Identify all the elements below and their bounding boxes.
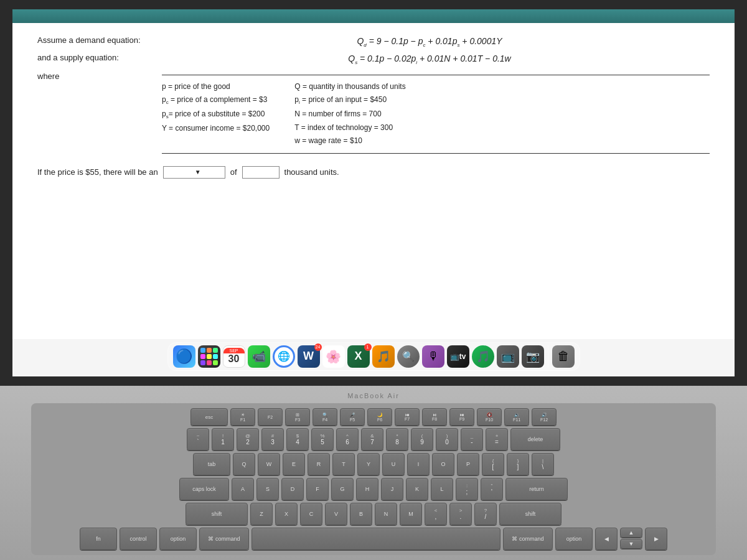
key-f[interactable]: F <box>306 478 329 500</box>
key-quote[interactable]: "' <box>481 478 503 500</box>
key-option-r[interactable]: option <box>555 528 593 550</box>
instruments-icon[interactable]: 🎵 <box>372 345 395 368</box>
key-5[interactable]: %5 <box>311 428 334 450</box>
key-3[interactable]: #3 <box>261 428 284 450</box>
key-f10[interactable]: 🔇F10 <box>477 408 502 426</box>
key-tab[interactable]: tab <box>193 453 230 475</box>
key-d[interactable]: D <box>281 478 304 500</box>
key-o[interactable]: O <box>432 453 454 475</box>
key-semicolon[interactable]: :; <box>456 478 478 500</box>
word-icon[interactable]: 24 W <box>298 345 320 368</box>
key-w[interactable]: W <box>258 453 280 475</box>
key-f6[interactable]: 🌙F6 <box>367 408 392 426</box>
key-x[interactable]: X <box>275 503 298 525</box>
key-comma[interactable]: <, <box>425 503 447 525</box>
key-h[interactable]: H <box>356 478 378 500</box>
key-s[interactable]: S <box>256 478 279 500</box>
key-slash[interactable]: ?/ <box>474 503 497 525</box>
key-f2[interactable]: F2 <box>258 408 283 426</box>
key-1[interactable]: !1 <box>212 428 234 450</box>
key-b[interactable]: B <box>350 503 372 525</box>
key-space[interactable] <box>251 528 500 550</box>
photos-icon[interactable]: 🌸 <box>322 345 345 368</box>
dropdown-arrow-icon: ▼ <box>195 169 201 175</box>
key-f11[interactable]: 🔉F11 <box>504 408 529 426</box>
key-v[interactable]: V <box>325 503 347 525</box>
key-0[interactable]: )0 <box>436 428 458 450</box>
facetime-icon[interactable]: 📹 <box>248 345 270 368</box>
key-9[interactable]: (9 <box>411 428 433 450</box>
key-6[interactable]: ^6 <box>336 428 359 450</box>
key-fn[interactable]: fn <box>80 528 117 550</box>
key-backslash[interactable]: |\ <box>532 453 554 475</box>
key-8[interactable]: *8 <box>386 428 408 450</box>
excel-icon[interactable]: 1 X <box>347 345 370 368</box>
key-control[interactable]: control <box>120 528 157 550</box>
key-e[interactable]: E <box>283 453 305 475</box>
key-q[interactable]: Q <box>233 453 255 475</box>
key-y[interactable]: Y <box>357 453 380 475</box>
number-key-row: ~` !1 @2 #3 $4 %5 ^6 &7 *8 (9 )0 _- += d… <box>36 428 711 450</box>
key-down[interactable]: ▼ <box>620 539 642 549</box>
key-r[interactable]: R <box>308 453 330 475</box>
spotlight-icon[interactable]: 🔍 <box>397 345 420 368</box>
key-command-r[interactable]: ⌘ command <box>503 528 553 550</box>
key-f4[interactable]: 🔍F4 <box>312 408 337 426</box>
key-f1[interactable]: ☀F1 <box>230 408 255 426</box>
spotify-icon[interactable]: 🎵 <box>472 345 494 368</box>
excess-type-dropdown[interactable]: ▼ <box>163 166 225 179</box>
key-backtick[interactable]: ~` <box>187 428 209 450</box>
key-2[interactable]: @2 <box>237 428 259 450</box>
key-period[interactable]: >. <box>449 503 472 525</box>
key-z[interactable]: Z <box>250 503 273 525</box>
key-rbracket[interactable]: }] <box>507 453 529 475</box>
key-up[interactable]: ▲ <box>620 528 642 538</box>
key-m[interactable]: M <box>400 503 422 525</box>
podcasts-icon[interactable]: 🎙 <box>422 345 444 368</box>
key-equals[interactable]: += <box>486 428 508 450</box>
key-c[interactable]: C <box>300 503 322 525</box>
key-delete[interactable]: delete <box>510 428 560 450</box>
key-f5[interactable]: 🎤F5 <box>340 408 365 426</box>
key-n[interactable]: N <box>375 503 397 525</box>
key-l[interactable]: L <box>431 478 453 500</box>
key-a[interactable]: A <box>232 478 254 500</box>
key-return[interactable]: return <box>505 478 568 500</box>
calendar-icon[interactable]: SEP 30 <box>223 345 245 368</box>
key-lshift[interactable]: shift <box>186 503 248 525</box>
quantity-input[interactable] <box>242 166 280 179</box>
key-f8[interactable]: ⏯F8 <box>422 408 447 426</box>
trash-icon[interactable]: 🗑 <box>552 345 575 368</box>
chrome-icon[interactable]: 🌐 <box>273 345 295 368</box>
key-lbracket[interactable]: {[ <box>482 453 504 475</box>
key-esc[interactable]: esc <box>190 408 228 426</box>
key-minus[interactable]: _- <box>461 428 483 450</box>
key-f9[interactable]: ⏭F9 <box>449 408 474 426</box>
key-caps[interactable]: caps lock <box>179 478 229 500</box>
key-i[interactable]: I <box>407 453 430 475</box>
key-option-l[interactable]: option <box>159 528 197 550</box>
key-k[interactable]: K <box>406 478 428 500</box>
key-left[interactable]: ◀ <box>595 528 618 550</box>
of-label: of <box>230 167 237 177</box>
key-f3[interactable]: ⊞F3 <box>285 408 310 426</box>
apple-tv-icon[interactable]: 📺tv <box>447 345 469 368</box>
key-7[interactable]: &7 <box>361 428 383 450</box>
key-p[interactable]: P <box>457 453 479 475</box>
key-command-l[interactable]: ⌘ command <box>199 528 249 550</box>
launchpad-icon[interactable] <box>198 345 220 368</box>
key-g[interactable]: G <box>331 478 354 500</box>
key-j[interactable]: J <box>381 478 403 500</box>
macbook-label: MacBook Air <box>347 392 400 399</box>
camera-icon[interactable]: 📷 <box>522 345 544 368</box>
key-rshift[interactable]: shift <box>499 503 561 525</box>
asdf-key-row: caps lock A S D F G H J K L :; "' return <box>36 478 711 500</box>
key-f7[interactable]: ⏮F7 <box>395 408 420 426</box>
key-t[interactable]: T <box>332 453 355 475</box>
key-f12[interactable]: 🔊F12 <box>532 408 557 426</box>
key-right[interactable]: ▶ <box>645 528 667 550</box>
key-4[interactable]: $4 <box>286 428 309 450</box>
airplay-icon[interactable]: 📺 <box>497 345 519 368</box>
finder-icon[interactable]: 🔵 <box>173 345 195 368</box>
key-u[interactable]: U <box>382 453 405 475</box>
